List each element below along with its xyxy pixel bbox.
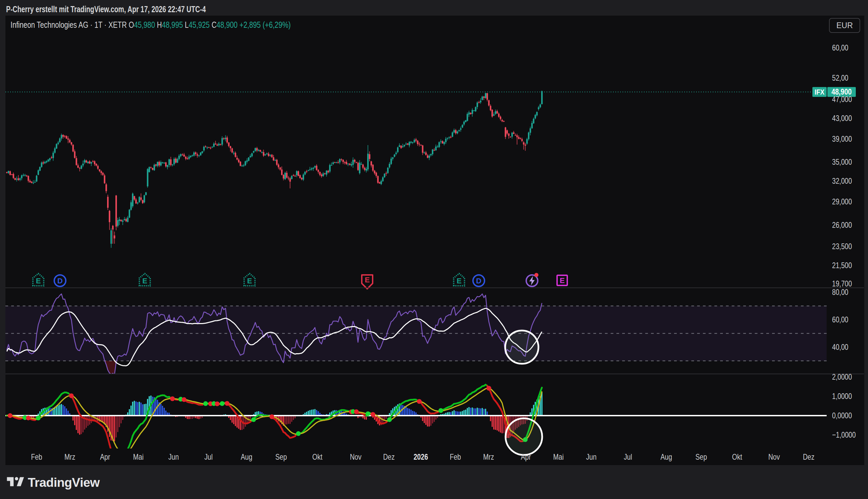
svg-text:E: E	[143, 277, 147, 285]
svg-text:Mrz: Mrz	[483, 452, 494, 462]
svg-text:Mai: Mai	[133, 452, 144, 462]
svg-text:Okt: Okt	[732, 452, 742, 462]
svg-text:−1,0000: −1,0000	[832, 430, 856, 440]
svg-text:EUR: EUR	[836, 21, 853, 30]
svg-text:TradingView: TradingView	[28, 476, 100, 489]
svg-text:47,000: 47,000	[832, 95, 852, 104]
svg-text:19,700: 19,700	[832, 279, 852, 289]
svg-text:E: E	[36, 277, 41, 285]
svg-text:1,0000: 1,0000	[832, 391, 852, 401]
svg-text:Jun: Jun	[169, 452, 179, 462]
svg-text:IFX: IFX	[815, 88, 824, 96]
svg-text:E: E	[247, 277, 252, 285]
svg-text:Dez: Dez	[383, 452, 395, 462]
svg-text:40,00: 40,00	[832, 342, 848, 352]
svg-text:Feb: Feb	[450, 452, 461, 462]
svg-text:29,000: 29,000	[832, 197, 852, 206]
svg-text:Okt: Okt	[312, 452, 322, 462]
svg-text:Apr: Apr	[100, 452, 110, 462]
svg-text:E: E	[457, 277, 462, 285]
svg-text:Jul: Jul	[624, 452, 632, 462]
svg-text:Mai: Mai	[553, 452, 564, 462]
svg-text:23,500: 23,500	[832, 242, 852, 251]
svg-text:2026: 2026	[414, 452, 428, 462]
svg-text:Nov: Nov	[768, 452, 780, 462]
svg-text:Apr: Apr	[521, 452, 531, 462]
svg-text:2,0000: 2,0000	[832, 372, 852, 382]
svg-text:Sep: Sep	[695, 452, 707, 462]
svg-text:43,000: 43,000	[832, 113, 852, 123]
svg-text:E: E	[560, 276, 565, 285]
svg-text:Nov: Nov	[350, 452, 362, 462]
svg-text:26,000: 26,000	[832, 220, 852, 230]
svg-text:32,000: 32,000	[832, 176, 852, 186]
svg-text:52,00: 52,00	[832, 73, 848, 83]
svg-text:0,0000: 0,0000	[832, 411, 852, 421]
svg-text:60,00: 60,00	[832, 315, 848, 325]
svg-text:Sep: Sep	[275, 452, 287, 462]
svg-text:Infineon Technologies AG · 1T: Infineon Technologies AG · 1T · XETR O45…	[11, 20, 291, 30]
svg-text:21,500: 21,500	[832, 260, 852, 270]
svg-text:60,00: 60,00	[832, 43, 848, 52]
svg-text:Jul: Jul	[205, 452, 213, 462]
svg-text:D: D	[476, 277, 481, 285]
svg-text:Jun: Jun	[586, 452, 597, 462]
svg-text:D: D	[57, 277, 63, 285]
svg-text:80,00: 80,00	[832, 288, 848, 297]
svg-text:35,000: 35,000	[832, 157, 852, 167]
svg-text:Aug: Aug	[660, 452, 672, 462]
svg-text:Feb: Feb	[31, 452, 42, 462]
svg-text:Aug: Aug	[241, 452, 252, 462]
svg-text:39,000: 39,000	[832, 134, 852, 144]
svg-text:Mrz: Mrz	[64, 452, 75, 462]
svg-text:E: E	[365, 276, 370, 284]
svg-text:Dez: Dez	[803, 452, 815, 462]
